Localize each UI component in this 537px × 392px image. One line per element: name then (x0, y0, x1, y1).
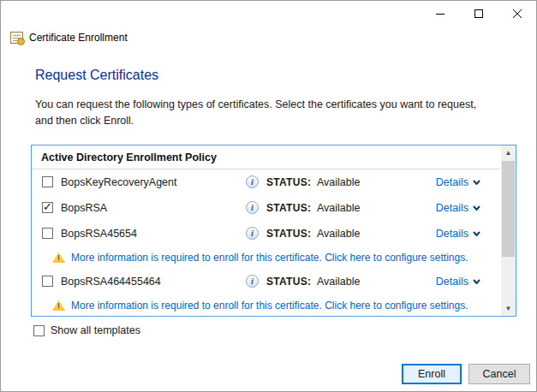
info-icon (246, 275, 259, 288)
list-scrollbar[interactable] (501, 146, 516, 316)
template-warning-row: More information is required to enroll f… (32, 294, 501, 316)
warning-link[interactable]: More information is required to enroll f… (71, 252, 468, 264)
warning-icon (52, 300, 65, 311)
template-name: BopsRSA (61, 202, 107, 214)
close-button[interactable] (498, 1, 536, 27)
template-name: BopsRSA464455464 (61, 276, 161, 288)
details-link[interactable]: Details (436, 228, 480, 240)
template-name: BopsRSA45654 (61, 228, 137, 240)
details-label: Details (436, 228, 468, 240)
policy-list-header: Active Directory Enrollment Policy (32, 146, 501, 169)
enrollment-policy-list: Active Directory Enrollment Policy BopsK… (31, 145, 516, 317)
template-row[interactable]: BopsKeyRecoveryAgent STATUS: Available D… (32, 169, 501, 195)
chevron-down-icon (473, 180, 480, 185)
info-icon (246, 227, 259, 240)
status-value: Available (317, 228, 361, 240)
template-row[interactable]: BopsRSA45654 STATUS: Available Details (32, 221, 501, 246)
template-checkbox[interactable] (42, 176, 53, 187)
chevron-down-icon (473, 279, 480, 284)
configure-settings-link[interactable]: Click here to configure settings. (325, 300, 468, 312)
status-label: STATUS: (266, 276, 311, 288)
show-all-checkbox[interactable] (33, 325, 45, 336)
certificate-enrollment-window: Certificate Enrollment Request Certifica… (0, 0, 537, 392)
window-caption: Certificate Enrollment (10, 32, 128, 44)
show-all-label: Show all templates (51, 324, 140, 336)
template-row[interactable]: BopsRSA STATUS: Available Details (32, 195, 501, 221)
info-icon (246, 175, 259, 188)
maximize-button[interactable] (459, 1, 498, 27)
template-row[interactable]: BopsRSA464455464 STATUS: Available Detai… (32, 269, 501, 294)
status-label: STATUS: (266, 228, 311, 240)
warning-message: More information is required to enroll f… (71, 300, 322, 312)
status-label: STATUS: (266, 202, 311, 214)
details-link[interactable]: Details (436, 202, 480, 214)
template-checkbox[interactable] (42, 228, 53, 239)
page-description: You can request the following types of c… (35, 97, 493, 129)
show-all-templates[interactable]: Show all templates (33, 324, 140, 336)
details-link[interactable]: Details (436, 176, 480, 188)
scrollbar-thumb[interactable] (502, 161, 515, 257)
chevron-down-icon (473, 205, 480, 211)
certificate-icon (10, 32, 23, 44)
scroll-down-icon[interactable] (501, 301, 516, 316)
page-title: Request Certificates (35, 68, 158, 83)
policy-list-rows: BopsKeyRecoveryAgent STATUS: Available D… (32, 169, 501, 316)
details-label: Details (436, 276, 468, 288)
info-icon (246, 201, 259, 214)
warning-icon (52, 252, 65, 263)
minimize-button[interactable] (421, 1, 459, 27)
status-value: Available (317, 202, 361, 214)
window-controls (421, 1, 536, 27)
template-name: BopsKeyRecoveryAgent (61, 176, 177, 188)
details-label: Details (436, 202, 468, 214)
template-warning-row: More information is required to enroll f… (32, 246, 501, 269)
maximize-icon (474, 9, 483, 18)
chevron-down-icon (473, 231, 480, 236)
scroll-up-icon[interactable] (501, 146, 516, 160)
status-value: Available (317, 276, 361, 288)
enroll-button[interactable]: Enroll (402, 364, 462, 384)
warning-link[interactable]: More information is required to enroll f… (71, 300, 468, 312)
details-link[interactable]: Details (436, 276, 480, 288)
details-label: Details (436, 176, 468, 188)
cancel-button[interactable]: Cancel (468, 364, 530, 384)
close-icon (513, 9, 522, 18)
window-title: Certificate Enrollment (29, 32, 128, 44)
template-checkbox[interactable] (42, 276, 53, 287)
template-checkbox[interactable] (42, 202, 53, 213)
minimize-icon (436, 9, 445, 18)
warning-message: More information is required to enroll f… (71, 252, 322, 264)
status-value: Available (317, 176, 361, 188)
configure-settings-link[interactable]: Click here to configure settings. (325, 252, 468, 264)
status-label: STATUS: (266, 176, 311, 188)
